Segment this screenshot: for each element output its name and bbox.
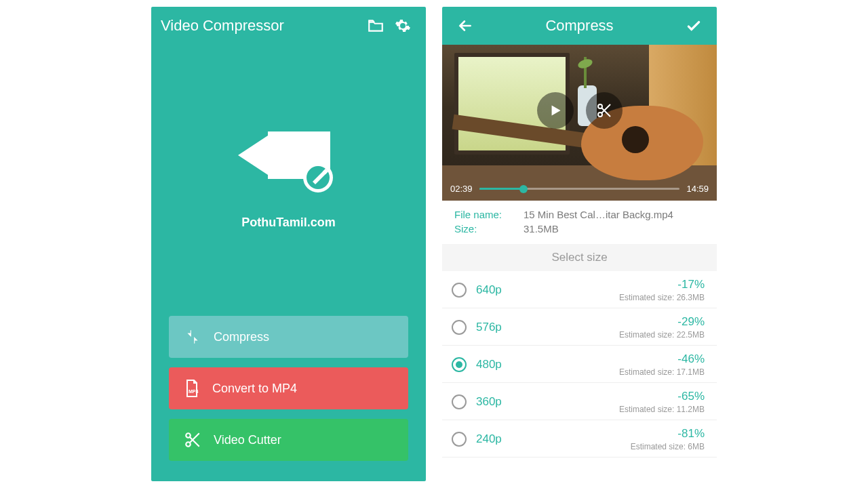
detail-topbar: Compress <box>442 7 717 45</box>
size-percent: -81% <box>631 427 705 441</box>
size-right: -81%Estimated size: 6MB <box>631 427 705 451</box>
svg-point-8 <box>186 442 191 447</box>
compress-button[interactable]: Compress <box>169 316 408 358</box>
video-cutter-label: Video Cutter <box>214 433 281 447</box>
size-right: -65%Estimated size: 11.2MB <box>619 390 705 414</box>
size-right: -29%Estimated size: 22.5MB <box>619 315 705 340</box>
size-right: -17%Estimated size: 26.3MB <box>619 278 705 302</box>
size-name: 360p <box>476 395 502 409</box>
size-estimate: Estimated size: 11.2MB <box>619 405 705 414</box>
size-estimate: Estimated size: 26.3MB <box>619 293 705 302</box>
check-icon <box>685 17 703 35</box>
radio-icon <box>452 283 467 298</box>
seek-knob[interactable] <box>519 185 528 193</box>
size-percent: -46% <box>619 352 705 366</box>
size-option-576p[interactable]: 576p-29%Estimated size: 22.5MB <box>442 308 717 346</box>
size-percent: -29% <box>619 315 705 329</box>
app-logo-block: PothuTamil.com <box>238 45 340 306</box>
convert-label: Convert to MP4 <box>212 382 297 396</box>
svg-marker-1 <box>238 136 268 175</box>
radio-icon <box>452 320 467 335</box>
compress-screen: Compress 02:39 <box>442 7 717 481</box>
size-percent: -65% <box>619 390 705 403</box>
home-screen: Video Compressor PothuTamil.com <box>151 7 426 481</box>
video-overlay-controls <box>537 92 623 129</box>
size-estimate: Estimated size: 17.1MB <box>619 367 705 377</box>
app-title: Video Compressor <box>161 17 362 35</box>
svg-point-9 <box>598 104 602 108</box>
size-percent: -17% <box>619 278 705 291</box>
compress-icon <box>184 328 201 346</box>
app-logo-icon <box>238 122 340 197</box>
time-total: 14:59 <box>686 184 709 194</box>
compress-label: Compress <box>214 330 269 344</box>
size-name: 640p <box>476 283 502 297</box>
select-size-header: Select size <box>442 244 717 271</box>
size-option-480p[interactable]: 480p-46%Estimated size: 17.1MB <box>442 346 717 383</box>
video-cutter-button[interactable]: Video Cutter <box>169 419 408 461</box>
play-button[interactable] <box>537 92 574 129</box>
tagline-text: PothuTamil.com <box>241 216 336 230</box>
size-value: 31.5MB <box>524 223 559 235</box>
size-name: 576p <box>476 321 502 334</box>
meta-filename-row: File name: 15 Min Best Cal…itar Backg.mp… <box>454 209 705 220</box>
size-estimate: Estimated size: 6MB <box>631 442 705 451</box>
detail-title: Compress <box>479 17 680 35</box>
size-option-640p[interactable]: 640p-17%Estimated size: 26.3MB <box>442 271 717 308</box>
mp4-file-icon: MP4 <box>184 379 200 398</box>
file-meta: File name: 15 Min Best Cal…itar Backg.mp… <box>442 201 717 244</box>
filename-label: File name: <box>454 209 514 220</box>
home-topbar: Video Compressor <box>151 7 426 45</box>
video-preview[interactable]: 02:39 14:59 <box>442 45 717 201</box>
size-label: Size: <box>454 223 514 235</box>
back-button[interactable] <box>452 12 479 39</box>
size-option-240p[interactable]: 240p-81%Estimated size: 6MB <box>442 420 717 458</box>
scissors-icon <box>596 102 612 119</box>
size-list: 640p-17%Estimated size: 26.3MB576p-29%Es… <box>442 271 717 481</box>
svg-text:MP4: MP4 <box>189 389 199 394</box>
size-option-360p[interactable]: 360p-65%Estimated size: 11.2MB <box>442 383 717 420</box>
scene-guitar-hole <box>622 126 649 153</box>
home-body: PothuTamil.com Compress MP4 Convert to M… <box>151 45 426 481</box>
convert-button[interactable]: MP4 Convert to MP4 <box>169 367 408 409</box>
trim-button[interactable] <box>586 92 623 129</box>
meta-size-row: Size: 31.5MB <box>454 223 705 235</box>
size-right: -46%Estimated size: 17.1MB <box>619 352 705 377</box>
filename-value: 15 Min Best Cal…itar Backg.mp4 <box>524 209 673 220</box>
size-estimate: Estimated size: 22.5MB <box>619 330 705 340</box>
gear-icon <box>395 18 411 34</box>
settings-button[interactable] <box>389 12 416 39</box>
svg-point-7 <box>186 433 191 438</box>
seek-fill <box>479 188 524 190</box>
confirm-button[interactable] <box>680 12 707 39</box>
size-name: 240p <box>476 432 502 446</box>
svg-point-10 <box>598 113 602 117</box>
scissors-icon <box>184 431 201 449</box>
folder-icon <box>367 17 384 35</box>
video-progress: 02:39 14:59 <box>450 184 709 194</box>
time-elapsed: 02:39 <box>450 184 473 194</box>
play-icon <box>547 102 564 119</box>
radio-icon <box>452 432 467 447</box>
radio-icon <box>452 394 467 409</box>
folder-button[interactable] <box>362 12 389 39</box>
seek-bar[interactable] <box>479 188 680 190</box>
back-arrow-icon <box>456 17 474 35</box>
size-name: 480p <box>476 358 502 371</box>
radio-icon <box>452 357 467 372</box>
